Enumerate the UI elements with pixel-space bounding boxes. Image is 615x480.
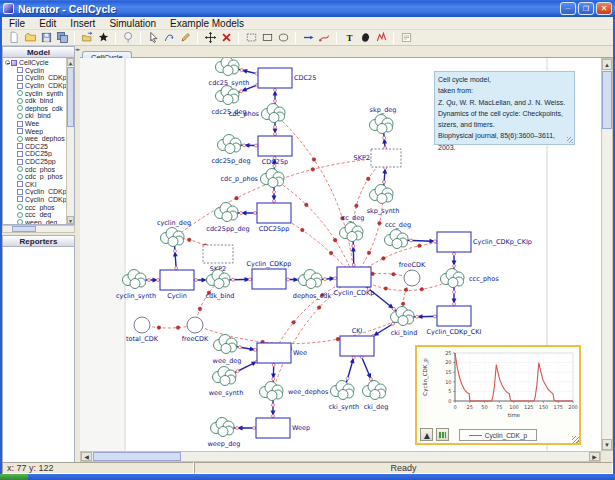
diagram-node-freeCDKb[interactable]: freeCDK	[182, 317, 209, 343]
canvas-horizontal-scrollbar[interactable]: ◀ ▶	[80, 451, 601, 462]
tree-item-ccc_phos[interactable]: ccc_phos	[5, 203, 74, 211]
save-as-button[interactable]	[55, 30, 70, 45]
tree-item-cdc25p[interactable]: CDC25p	[5, 150, 74, 158]
ellipse-button[interactable]	[276, 30, 291, 45]
diagram-node-cdc_p_phos[interactable]: cdc_p_phos	[220, 169, 284, 188]
diagram-node-ccc_deg[interactable]: ccc_deg	[385, 221, 412, 249]
diagram-node-Cyclin_CDKp_CKI[interactable]: Cyclin_CDKp_CKI	[427, 306, 482, 336]
note-tool-button[interactable]	[399, 30, 414, 45]
balloon-button[interactable]	[121, 30, 136, 45]
arrow-button[interactable]	[301, 30, 316, 45]
diagram-node-CDC25p[interactable]: CDC25p	[258, 136, 292, 166]
tree-horizontal-scrollbar[interactable]	[2, 225, 75, 233]
diagram-node-cyclin_deg[interactable]: cyclin_deg	[157, 219, 191, 247]
diagram-node-cdk_bind[interactable]: cdk_bind	[206, 270, 235, 301]
tree-item-cyclin[interactable]: Cyclin	[5, 67, 74, 75]
minimize-button[interactable]	[560, 2, 576, 15]
tree-item-wee[interactable]: Wee	[5, 120, 74, 128]
tree-item-cdc25[interactable]: CDC25	[5, 143, 74, 151]
rectangle-button[interactable]	[260, 30, 275, 45]
star-button[interactable]	[96, 30, 111, 45]
move-button[interactable]	[203, 30, 218, 45]
scrollbar-thumb[interactable]	[93, 452, 181, 461]
diagram-node-freeCDKa[interactable]: freeCDK	[399, 261, 426, 286]
diagram-node-cdc_phos[interactable]: cdc_phos	[229, 104, 285, 123]
marquee-button[interactable]	[244, 30, 259, 45]
scrollbar-thumb[interactable]	[12, 226, 36, 232]
pencil-button[interactable]	[178, 30, 193, 45]
scroll-left-icon[interactable]: ◀	[81, 452, 92, 461]
tree-item-cyclin_synth[interactable]: cyclin_synth	[5, 89, 74, 97]
tree-item-cdc_p_phos[interactable]: cdc_p_phos	[5, 173, 74, 181]
scroll-right-icon[interactable]: ▶	[589, 452, 600, 461]
diagram-node-Cyclin_CDKp_CKIp[interactable]: Cyclin_CDKp_CKIp	[437, 232, 532, 252]
tree-item-cdk_bind[interactable]: cdk_bind	[5, 97, 74, 105]
menu-item-insert[interactable]: Insert	[63, 17, 102, 30]
export-model-button[interactable]	[80, 30, 95, 45]
tree-item-cki_bind[interactable]: cki_bind	[5, 112, 74, 120]
diagram-node-Cyclin_CDKpp[interactable]: Cyclin_CDKpp	[247, 260, 292, 289]
diagram-node-cki_bind[interactable]: cki_bind	[391, 307, 418, 338]
diagram-node-wee_deg[interactable]: wee_deg	[213, 335, 242, 366]
diagram-node-cki_synth[interactable]: cki_synth	[329, 381, 359, 412]
tree-item-weep[interactable]: Weep	[5, 127, 74, 135]
tree-item-cdc_phos[interactable]: cdc_phos	[5, 165, 74, 173]
select-arrow-button[interactable]	[146, 30, 161, 45]
diagram-canvas[interactable]: cdc25_synthcdc25_degCDC25cdc_phoscdc25p_…	[80, 58, 601, 451]
tree-item-dephos_cdk[interactable]: dephos_cdk	[5, 105, 74, 113]
diagram-node-Cyclin_CDKp[interactable]: Cyclin_CDKp	[334, 267, 375, 297]
connector-button[interactable]	[162, 30, 177, 45]
diagram-node-Wee[interactable]: Wee	[257, 343, 307, 363]
tree-item-cyclin_cdkp_cki[interactable]: Cyclin_CDKp_CKI	[5, 188, 74, 196]
plot-pin-button[interactable]	[420, 428, 433, 441]
menu-item-file[interactable]: File	[2, 17, 32, 30]
diagram-node-cdc25_synth[interactable]: cdc25_synth	[209, 58, 250, 87]
plot-inset[interactable]: 05101520250255075100125150175200timeCycl…	[415, 345, 581, 445]
tree-vertical-scrollbar[interactable]: ▲ ▼	[66, 58, 74, 224]
canvas-vertical-scrollbar[interactable]: ▲ ▼	[601, 58, 613, 451]
polyline-button[interactable]	[374, 30, 389, 45]
delete-button[interactable]	[219, 30, 234, 45]
model-note[interactable]: Cell cycle model,taken from:Z. Qu, W. R.…	[434, 71, 575, 145]
diagram-node-cc_deg[interactable]: cc_deg	[340, 214, 365, 242]
diagram-node-CDC25[interactable]: CDC25	[258, 68, 316, 88]
tree-item-cyclin_cdkp[interactable]: Cyclin_CDKp	[5, 74, 74, 82]
tree-item-cdc25pp[interactable]: CDC25pp	[5, 158, 74, 166]
diagram-node-SKP2b[interactable]: SKP2	[203, 245, 233, 273]
new-file-button[interactable]	[7, 30, 22, 45]
restore-button[interactable]	[578, 2, 594, 15]
scroll-down-icon[interactable]: ▼	[602, 439, 612, 450]
save-button[interactable]	[39, 30, 54, 45]
tree-item-cellcycle[interactable]: CellCycle	[5, 59, 74, 67]
diagram-node-Weep[interactable]: Weep	[256, 418, 310, 438]
scrollbar-thumb[interactable]	[67, 67, 74, 127]
diagram-node-CDC25pp[interactable]: CDC25pp	[257, 203, 291, 233]
diagram-node-weep_deg[interactable]: weep_deg	[208, 418, 241, 449]
start-button-edge[interactable]	[0, 474, 28, 480]
fill-blob-button[interactable]	[358, 30, 373, 45]
tree-item-cki[interactable]: CKI	[5, 181, 74, 189]
close-button[interactable]	[596, 2, 612, 15]
diagram-node-skp_synth[interactable]: skp_synth	[367, 185, 400, 216]
diagram-node-SKP2a[interactable]: SKP2	[354, 149, 401, 167]
diagram-node-dephos_cdk[interactable]: dephos_cdk	[293, 270, 332, 301]
scrollbar-thumb[interactable]	[602, 71, 612, 129]
diagram-node-total_CDK[interactable]: total_CDK	[126, 317, 159, 343]
menu-item-edit[interactable]: Edit	[32, 17, 63, 30]
diagram-node-cdc25pp_deg[interactable]: cdc25pp_deg	[206, 203, 249, 234]
menu-item-example-models[interactable]: Example Models	[163, 17, 251, 30]
diagram-node-Cyclin[interactable]: Cyclin	[160, 270, 194, 300]
text-button[interactable]: T	[342, 30, 357, 45]
diagram-node-cki_deg[interactable]: cki_deg	[363, 381, 389, 412]
tree-item-cyclin_cdkp_ckip[interactable]: Cyclin_CDKp_CKIp	[5, 196, 74, 204]
menu-item-simulation[interactable]: Simulation	[102, 17, 163, 30]
diagram-node-wee_dephos[interactable]: wee_dephos	[260, 382, 329, 401]
relation-curve-button[interactable]	[317, 30, 332, 45]
tree-item-wee_dephos[interactable]: wee_dephos	[5, 135, 74, 143]
tree-item-ccc_deg[interactable]: ccc_deg	[5, 211, 74, 219]
tree-item-cyclin_cdkpp[interactable]: Cyclin_CDKpp	[5, 82, 74, 90]
scroll-up-icon[interactable]: ▲	[602, 59, 612, 70]
open-folder-button[interactable]	[23, 30, 38, 45]
diagram-node-ccc_phos[interactable]: ccc_phos	[441, 269, 500, 288]
tree-collapse-handle[interactable]	[5, 60, 10, 65]
